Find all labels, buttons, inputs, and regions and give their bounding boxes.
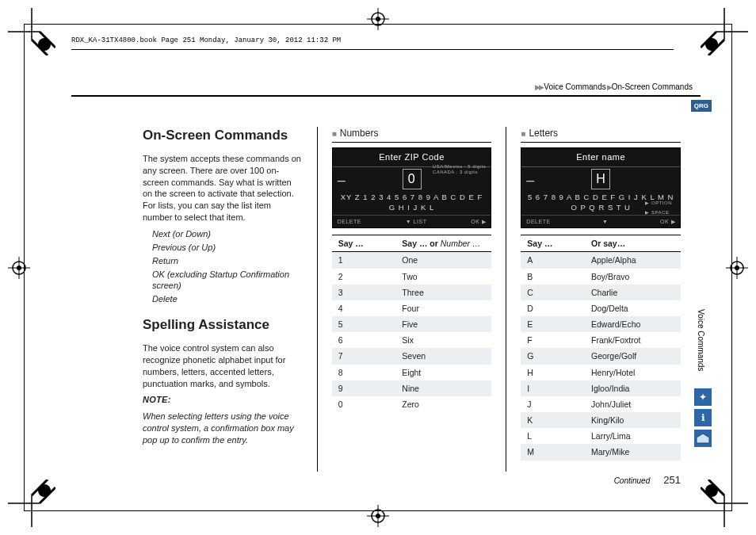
cell-say: 4 [332,300,396,316]
cell-word: Mary/Mike [585,444,681,460]
mock-title: Enter name [521,148,680,167]
cell-say: B [521,269,585,285]
continued-label: Continued [614,476,651,485]
heading-onscreen: On-Screen Commands [143,127,303,145]
column-2: Numbers Enter ZIP Code – USA/Mexico : 5 … [317,127,492,472]
table-row: CCharlie [521,285,681,300]
table-row: LLarry/Lima [521,428,681,444]
th-sayor: Say … or Number … [395,235,491,252]
page-number: 251 [663,474,681,486]
cell-say: 7 [332,348,396,364]
th-say: Say … [332,235,396,252]
table-row: BBoy/Bravo [521,269,681,285]
cell-say: L [521,428,585,444]
cell-say: H [521,365,585,380]
triangle-icon: ▶▶ [535,83,543,91]
cell-say: C [521,285,585,300]
cell-word: Five [395,316,491,332]
table-row: 5Five [332,316,492,332]
heading-numbers: Numbers [332,127,492,143]
column-3: Letters Enter name – H 5 6 7 8 9 A B C D… [506,127,681,472]
table-row: 4Four [332,300,492,316]
side-tabs: ✦ ℹ [694,388,712,447]
cell-word: Four [395,300,491,316]
table-row: 6Six [332,332,492,348]
table-row: MMary/Mike [521,444,681,460]
screenshot-numbers: Enter ZIP Code – USA/Mexico : 5 digitsCA… [332,147,492,228]
mock-footer: DELETE ▼ OK ▶ [521,215,680,227]
cell-say: G [521,348,585,364]
cell-word: Zero [395,396,491,412]
mock-rightnote: ▶ OPTION▶ SPACE [645,201,672,215]
cell-say: 6 [332,332,396,348]
breadcrumb-a: Voice Commands [544,82,605,91]
cell-word: Igloo/India [585,380,681,396]
letters-table: Say … Or say… AApple/AlphaBBoy/BravoCCha… [521,235,681,460]
screenshot-letters: Enter name – H 5 6 7 8 9 A B C D E F G I… [521,147,681,228]
page-footer: Continued 251 [614,474,681,486]
breadcrumb-b: On-Screen Commands [612,82,693,91]
cell-say: 8 [332,365,396,380]
mock-footer: DELETE ▼ LIST OK ▶ [333,215,491,227]
side-section-label: Voice Commands [697,309,705,371]
cell-say: 1 [332,252,396,269]
command-item: Return [152,255,303,267]
cell-say: 3 [332,285,396,300]
spelling-desc: The voice control system can also recogn… [143,342,303,389]
table-row: HHenry/Hotel [521,365,681,380]
cell-word: Larry/Lima [585,428,681,444]
cell-word: John/Juliet [585,396,681,412]
cell-say: A [521,252,585,269]
cell-say: 0 [332,396,396,412]
mock-row: XY Z 1 2 3 4 5 6 7 8 9 A B C D E F G H I… [333,193,491,213]
mock-hint: USA/Mexico : 5 digitsCANADA : 3 digits [433,164,487,174]
column-1: On-Screen Commands The system accepts th… [143,127,303,472]
cell-word: Three [395,285,491,300]
cell-word: King/Kilo [585,412,681,428]
table-row: FFrank/Foxtrot [521,332,681,348]
cell-word: Six [395,332,491,348]
table-row: JJohn/Juliet [521,396,681,412]
cell-say: I [521,380,585,396]
table-row: 3Three [332,285,492,300]
command-list: Next (or Down)Previous (or Up)ReturnOK (… [152,228,303,305]
cell-word: Edward/Echo [585,316,681,332]
content-area: On-Screen Commands The system accepts th… [143,127,681,472]
cell-say: F [521,332,585,348]
dash-icon: – [338,170,346,189]
cell-word: One [395,252,491,269]
table-row: 9Nine [332,380,492,396]
voice-icon[interactable]: ✦ [694,388,712,406]
cell-say: 5 [332,316,396,332]
heading-spelling: Spelling Assistance [143,316,303,334]
table-row: 1One [332,252,492,269]
th-say: Say … [521,235,585,252]
info-icon[interactable]: ℹ [694,409,712,426]
mock-bigchar: H [591,169,610,189]
cell-word: Charlie [585,285,681,300]
table-row: AApple/Alpha [521,252,681,269]
dash-icon: – [526,170,535,189]
cell-word: George/Golf [585,348,681,364]
table-row: 0Zero [332,396,492,412]
table-row: EEdward/Echo [521,316,681,332]
table-row: 8Eight [332,365,492,380]
cell-word: Nine [395,380,491,396]
cell-word: Henry/Hotel [585,365,681,380]
command-item: Previous (or Up) [152,242,303,254]
qrg-tab: QRG [691,100,712,112]
breadcrumb: ▶▶Voice Commands▶On-Screen Commands [534,82,693,91]
heading-letters: Letters [521,127,681,143]
job-line: RDX_KA-31TX4800.book Page 251 Monday, Ja… [71,36,674,54]
table-row: GGeorge/Golf [521,348,681,364]
home-icon[interactable] [694,430,712,447]
cell-say: E [521,316,585,332]
command-item: Delete [152,293,303,305]
cell-say: M [521,444,585,460]
numbers-table: Say … Say … or Number … 1One2Two3Three4F… [332,235,492,412]
cell-word: Frank/Foxtrot [585,332,681,348]
job-line-text: RDX_KA-31TX4800.book Page 251 Monday, Ja… [71,36,341,44]
note-heading: NOTE: [143,394,303,406]
table-row: 2Two [332,269,492,285]
cell-say: 2 [332,269,396,285]
